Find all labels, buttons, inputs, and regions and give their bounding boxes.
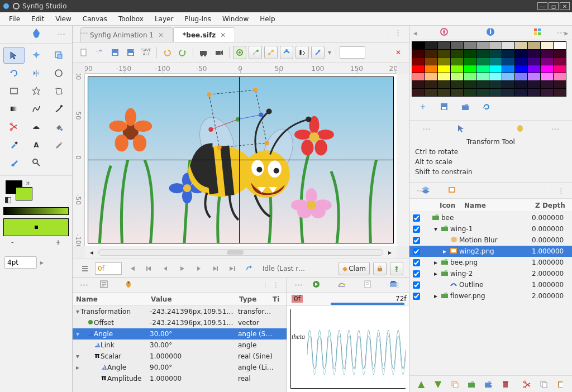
menu-view[interactable]: View	[50, 13, 77, 25]
dock-handle-icon[interactable]	[388, 283, 408, 288]
fill-color-swatch[interactable]	[16, 187, 32, 200]
palette-cell[interactable]	[438, 81, 451, 89]
dock-handle-icon[interactable]	[388, 30, 408, 36]
palette-cell[interactable]	[464, 89, 476, 97]
param-value[interactable]: -243.241396px,109.51838	[147, 308, 236, 315]
minimize-button[interactable]: —	[537, 2, 547, 10]
eyedrop-tool[interactable]	[3, 136, 25, 153]
preview-button[interactable]	[212, 46, 226, 59]
vertical-scrollbar[interactable]	[397, 74, 409, 246]
transform-tool[interactable]	[3, 47, 25, 64]
dock-handle-icon[interactable]	[265, 283, 285, 288]
param-value[interactable]: 30.00°	[147, 330, 236, 338]
time-field[interactable]: 0f	[95, 262, 122, 275]
palette-cell[interactable]	[451, 58, 464, 65]
loop-button[interactable]	[242, 262, 256, 275]
palette-cell[interactable]	[489, 73, 502, 81]
palette-cell[interactable]	[489, 65, 502, 73]
polygon-tool[interactable]	[48, 83, 69, 99]
param-row[interactable]: Link30.00°angle	[73, 340, 287, 351]
undo-button[interactable]	[160, 46, 174, 59]
palette-cell[interactable]	[476, 58, 489, 65]
palette-cell[interactable]	[489, 42, 502, 50]
default-colors-icon[interactable]: ◧	[4, 195, 12, 204]
menu-file[interactable]: File	[3, 13, 26, 25]
palette-cell[interactable]	[541, 81, 554, 89]
palette-cell[interactable]	[541, 65, 554, 73]
menu-plug-ins[interactable]: Plug-Ins	[179, 13, 217, 25]
horizontal-scrollbar[interactable]: ◂▸	[85, 246, 397, 259]
palette-cell[interactable]	[515, 89, 528, 97]
prev-frame-button[interactable]	[159, 262, 172, 275]
param-value[interactable]: 1.000000	[147, 352, 236, 360]
palette-cell[interactable]	[464, 42, 476, 50]
brush-options-expand-icon[interactable]: ▸	[40, 259, 44, 266]
palette-cell[interactable]	[476, 65, 489, 73]
window-menu-icon[interactable]	[12, 2, 20, 10]
maximize-button[interactable]: ◻	[549, 2, 559, 10]
handles-angle-button[interactable]	[311, 46, 325, 59]
palette-cell[interactable]	[451, 73, 464, 81]
palette-cell[interactable]	[541, 50, 554, 58]
palette-cell[interactable]	[515, 58, 528, 65]
gradient-tool[interactable]	[3, 101, 25, 117]
palette-cell[interactable]	[541, 42, 554, 50]
param-value[interactable]: 30.00°	[147, 341, 236, 349]
disclosure-icon[interactable]: ▾	[75, 330, 80, 338]
palette-cell[interactable]	[515, 65, 528, 73]
param-value[interactable]: -243.241396px,109.51838	[147, 319, 236, 327]
palette-grid[interactable]	[412, 41, 566, 97]
toolbox-tab-icon[interactable]	[31, 28, 41, 41]
palette-add-button[interactable]: ＋	[416, 100, 430, 113]
handles-width-button[interactable]	[295, 46, 309, 59]
menu-window[interactable]: Window	[217, 13, 254, 25]
text-tool[interactable]: A	[26, 136, 47, 153]
rotate-tool[interactable]	[3, 65, 25, 82]
param-value[interactable]: 1.000000	[147, 375, 236, 383]
params-tab-icon[interactable]	[99, 280, 108, 290]
save-as-button[interactable]	[124, 46, 137, 59]
disclosure-icon[interactable]: ▸	[431, 270, 440, 278]
brush-tool[interactable]	[3, 154, 25, 171]
palette-cell[interactable]	[425, 42, 438, 50]
disclosure-icon[interactable]: ▾	[75, 308, 80, 315]
layer-visibility-checkbox[interactable]	[413, 281, 420, 289]
draw-tool[interactable]	[48, 101, 69, 117]
palette-cell[interactable]	[528, 58, 541, 65]
circle-tool[interactable]	[48, 65, 69, 82]
palette-cell[interactable]	[502, 42, 515, 50]
onion-skin-button[interactable]	[233, 46, 246, 59]
palette-cell[interactable]	[451, 50, 464, 58]
layer-visibility-checkbox[interactable]	[413, 237, 420, 244]
dock-handle-icon[interactable]	[416, 127, 436, 132]
palette-cell[interactable]	[528, 89, 541, 97]
playback-range[interactable]	[331, 303, 404, 305]
palette-cell[interactable]	[489, 81, 502, 89]
palette-cell[interactable]	[425, 81, 438, 89]
dock-handle-icon[interactable]	[551, 188, 571, 194]
paste-layer-button[interactable]	[554, 377, 566, 391]
palette-cell[interactable]	[425, 89, 438, 97]
navigator-tab-icon[interactable]	[440, 27, 449, 38]
dock-handle-icon[interactable]	[288, 283, 308, 288]
gradient-swatch[interactable]	[3, 207, 69, 215]
raise-layer-button[interactable]: ▲	[415, 377, 427, 391]
layer-row[interactable]: ▸flower.png2.000000	[409, 290, 572, 302]
current-swatch[interactable]	[3, 218, 69, 236]
layer-visibility-checkbox[interactable]	[413, 214, 420, 222]
next-keyframe-button[interactable]	[209, 262, 222, 275]
palette-save-button[interactable]	[437, 100, 451, 113]
scroll-right-icon[interactable]: ▸	[383, 246, 397, 259]
save-all-button[interactable]: SAVE ALL	[140, 46, 153, 59]
palette-cell[interactable]	[515, 42, 528, 50]
palette-cell[interactable]	[515, 50, 528, 58]
new-layer-button[interactable]: +	[482, 377, 494, 391]
disclosure-icon[interactable]: ▸	[75, 364, 80, 371]
close-tab-icon[interactable]: ✕	[158, 31, 164, 39]
palette-cell[interactable]	[541, 89, 554, 97]
palette-cell[interactable]	[412, 89, 425, 97]
disclosure-icon[interactable]: ▾	[431, 225, 440, 233]
dock-handle-icon[interactable]	[411, 188, 431, 194]
scroll-left-icon[interactable]: ◂	[85, 246, 98, 259]
layer-visibility-checkbox[interactable]	[413, 226, 420, 233]
